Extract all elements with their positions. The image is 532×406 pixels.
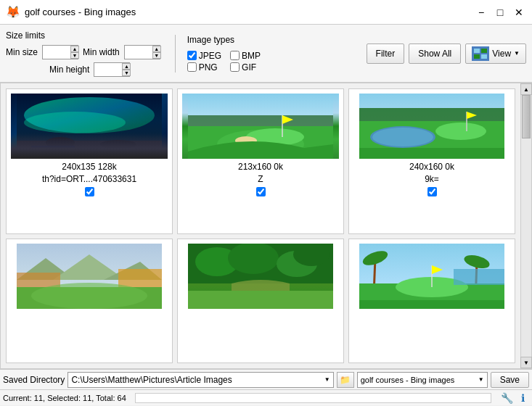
min-width-up[interactable]: ▲ xyxy=(152,46,161,52)
toolbar: Size limits Min size 100 ▲ ▼ Min width 8… xyxy=(0,25,532,83)
image-label-1: 213x160 0k Z xyxy=(238,161,283,186)
svg-point-23 xyxy=(372,128,433,146)
scroll-track[interactable] xyxy=(521,95,531,357)
min-size-down[interactable]: ▼ xyxy=(70,52,79,59)
svg-point-8 xyxy=(46,137,75,149)
jpeg-checkbox[interactable] xyxy=(187,51,197,60)
saved-dir-value: C:\Users\Matthew\Pictures\Article Images xyxy=(71,375,324,385)
bmp-checkbox-item[interactable]: BMP xyxy=(230,51,261,61)
window-title: golf courses - Bing images xyxy=(25,7,136,17)
min-width-down[interactable]: ▼ xyxy=(152,52,161,59)
bmp-label: BMP xyxy=(242,51,261,61)
view-icon-svg xyxy=(474,49,487,59)
svg-point-35 xyxy=(31,283,147,309)
scroll-down-arrow[interactable]: ▼ xyxy=(520,357,532,368)
minimize-button[interactable]: − xyxy=(474,5,488,20)
scroll-thumb[interactable] xyxy=(522,95,531,138)
folder-button[interactable]: 📁 xyxy=(337,372,354,388)
image-preview-4 xyxy=(182,244,339,309)
progress-bar xyxy=(135,393,491,403)
min-height-input[interactable]: 60 ▲ ▼ xyxy=(94,62,130,77)
maximize-button[interactable]: □ xyxy=(493,5,507,20)
scroll-up-arrow[interactable]: ▲ xyxy=(520,83,532,95)
svg-point-6 xyxy=(24,112,126,133)
bmp-checkbox[interactable] xyxy=(230,51,240,60)
view-dropdown-arrow[interactable]: ▼ xyxy=(514,50,520,57)
png-checkbox-item[interactable]: PNG xyxy=(187,62,221,72)
svg-point-39 xyxy=(228,244,279,274)
min-height-up[interactable]: ▲ xyxy=(122,63,131,70)
min-height-label: Min height xyxy=(49,65,89,75)
svg-point-9 xyxy=(100,140,136,149)
main-area: 240x135 128k th?id=ORT....470633631 xyxy=(0,83,532,369)
image-cell-4[interactable] xyxy=(177,239,344,363)
svg-point-41 xyxy=(293,244,330,266)
jpeg-checkbox-item[interactable]: JPEG xyxy=(187,51,221,61)
size-limits-group: Size limits Min size 100 ▲ ▼ Min width 8… xyxy=(6,30,160,77)
album-arrow[interactable]: ▼ xyxy=(478,376,484,383)
app-icon: 🦊 xyxy=(6,5,20,19)
min-size-up[interactable]: ▲ xyxy=(70,46,79,52)
image-preview-1 xyxy=(182,94,339,159)
jpeg-label: JPEG xyxy=(199,51,221,61)
svg-rect-10 xyxy=(31,146,75,157)
forest-svg xyxy=(182,244,339,309)
svg-rect-1 xyxy=(481,49,487,53)
image-checkbox-1[interactable] xyxy=(256,187,266,196)
album-value: golf courses - Bing images xyxy=(361,376,478,384)
status-row-info: Current: 11, Selected: 11, Total: 64 🔧 ℹ xyxy=(0,390,532,406)
image-preview-3 xyxy=(11,244,168,309)
gif-checkbox-item[interactable]: GIF xyxy=(230,62,261,72)
image-label-0: 240x135 128k th?id=ORT....470633631 xyxy=(42,161,136,186)
image-cell-3[interactable] xyxy=(6,239,173,363)
min-height-down[interactable]: ▼ xyxy=(122,70,131,76)
image-cell-1[interactable]: 213x160 0k Z xyxy=(177,88,344,234)
info-icon[interactable]: ℹ xyxy=(516,392,529,405)
status-row-saved: Saved Directory C:\Users\Matthew\Picture… xyxy=(0,370,532,390)
golf1-svg xyxy=(182,94,339,159)
svg-rect-53 xyxy=(359,300,504,309)
svg-rect-7 xyxy=(17,141,162,159)
status-text: Current: 11, Selected: 11, Total: 64 xyxy=(3,394,126,402)
save-button[interactable]: Save xyxy=(491,372,529,388)
png-label: PNG xyxy=(199,62,218,72)
tools-icon[interactable]: 🔧 xyxy=(500,392,513,405)
view-icon xyxy=(472,46,489,61)
min-width-label: Min width xyxy=(83,47,120,57)
image-checkbox-2[interactable] xyxy=(427,187,437,196)
png-checkbox[interactable] xyxy=(187,62,197,72)
album-dropdown[interactable]: golf courses - Bing images ▼ xyxy=(357,372,488,388)
image-checkbox-0[interactable] xyxy=(85,187,94,196)
svg-rect-2 xyxy=(474,54,480,59)
min-size-field[interactable]: 100 xyxy=(43,46,70,59)
min-width-input[interactable]: 80 ▲ ▼ xyxy=(124,45,160,59)
svg-rect-0 xyxy=(474,49,480,53)
saved-dir-arrow[interactable]: ▼ xyxy=(324,376,330,383)
image-label-2: 240x160 0k 9k= xyxy=(409,161,454,186)
saved-dir-label: Saved Directory xyxy=(3,375,65,385)
saved-dir-dropdown[interactable]: C:\Users\Matthew\Pictures\Article Images… xyxy=(67,372,333,388)
filter-button[interactable]: Filter xyxy=(367,44,405,64)
size-limits-label: Size limits xyxy=(6,30,160,41)
title-bar: 🦊 golf courses - Bing images − □ ✕ xyxy=(0,0,532,25)
image-cell-2[interactable]: 240x160 0k 9k= xyxy=(348,88,515,234)
image-cell-0[interactable]: 240x135 128k th?id=ORT....470633631 xyxy=(6,88,173,234)
image-preview-0 xyxy=(11,94,168,159)
action-buttons: Filter Show All View ▼ xyxy=(367,44,526,64)
status-icons: 🔧 ℹ xyxy=(500,392,529,405)
svg-point-24 xyxy=(435,123,486,140)
min-height-field[interactable]: 60 xyxy=(94,63,122,76)
scrollbar[interactable]: ▲ ▼ xyxy=(520,83,532,369)
golf3-svg xyxy=(11,244,168,309)
show-all-button[interactable]: Show All xyxy=(409,44,461,64)
min-size-input[interactable]: 100 ▲ ▼ xyxy=(42,45,78,59)
folder-icon: 📁 xyxy=(340,375,351,385)
image-types-label: Image types xyxy=(187,35,261,45)
close-button[interactable]: ✕ xyxy=(512,5,526,20)
image-cell-5[interactable] xyxy=(348,239,515,363)
min-width-field[interactable]: 80 xyxy=(125,46,152,59)
svg-rect-50 xyxy=(454,269,504,285)
view-button[interactable]: View ▼ xyxy=(465,44,526,64)
gif-label: GIF xyxy=(242,62,256,72)
gif-checkbox[interactable] xyxy=(230,62,240,72)
